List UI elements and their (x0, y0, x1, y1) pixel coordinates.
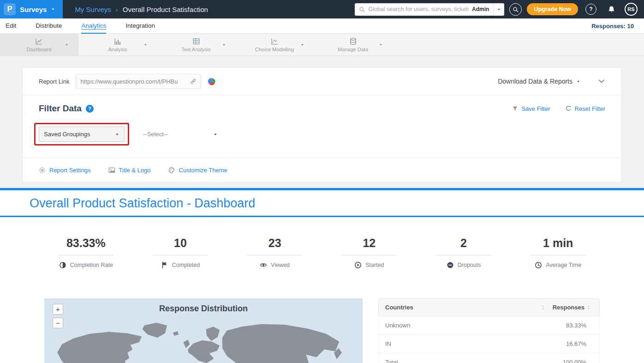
grouping-value-select[interactable]: --Select-- (143, 131, 218, 138)
breadcrumb-separator: › (116, 6, 118, 13)
notifications-button[interactable] (608, 6, 615, 13)
page-title: Overall Product Satisfaction - Dashboard (30, 196, 614, 211)
report-link-label: Report Link (39, 78, 69, 85)
country-cell: Total (385, 359, 398, 363)
reset-filter-label: Reset Filter (575, 105, 605, 112)
title-logo-link[interactable]: Title & Logo (108, 167, 151, 174)
save-filter-label: Save Filter (521, 105, 550, 112)
chevron-down-icon (213, 132, 218, 137)
product-label: Surveys (20, 6, 47, 13)
countries-table: Countries Responses Unknown 83.33% IN 16… (378, 298, 600, 363)
responses-cell: 100.00% (563, 359, 593, 363)
top-bar: P Surveys My Surveys › Overall Product S… (0, 0, 644, 18)
completion-icon (59, 261, 66, 269)
divider (247, 255, 303, 255)
reset-filter-button[interactable]: Reset Filter (565, 105, 605, 112)
report-link-url: https://www.questionpro.com/t/PHBu (80, 78, 187, 85)
responses-header[interactable]: Responses (553, 304, 584, 311)
stat-value: 1 min (543, 236, 573, 250)
response-distribution-map[interactable]: + − Response Distribution (44, 298, 363, 363)
sort-icon[interactable] (586, 305, 591, 310)
scandinavia-shape (206, 327, 220, 341)
north-america-shape (57, 332, 142, 363)
stat-dropouts: 2 Dropouts (417, 236, 511, 269)
report-settings-link[interactable]: Report Settings (39, 167, 91, 174)
nav-edit[interactable]: Edit (6, 18, 16, 34)
palette-icon (168, 167, 175, 174)
bell-icon (608, 6, 615, 13)
sort-icon[interactable] (541, 305, 545, 310)
chevron-down-icon[interactable] (576, 79, 580, 84)
chevron-down-icon[interactable] (222, 42, 226, 47)
tab-dashboard[interactable]: Dashboard (0, 34, 78, 55)
chevron-down-icon[interactable] (65, 42, 69, 47)
search-icon (513, 6, 519, 12)
tab-choice-modelling[interactable]: Choice Modelling (235, 34, 314, 55)
uk-shape (183, 339, 190, 348)
table-row: Total 100.00% (378, 353, 600, 363)
search-scope-dropdown[interactable] (493, 3, 504, 16)
image-icon (108, 167, 115, 174)
report-link-input[interactable]: https://www.questionpro.com/t/PHBu (76, 74, 201, 89)
clock-icon (535, 261, 542, 269)
divider (153, 255, 208, 255)
link-icon[interactable] (190, 78, 197, 85)
world-map[interactable] (44, 318, 363, 363)
filter-help-icon[interactable]: ? (86, 105, 94, 113)
tab-analysis[interactable]: Analysis (78, 34, 157, 55)
tab-text-analysis[interactable]: Text Analysis (157, 34, 235, 55)
collapse-chevron-icon[interactable] (598, 78, 605, 85)
dashboard-title-block: Overall Product Satisfaction - Dashboard (0, 190, 644, 217)
upgrade-now-button[interactable]: Upgrade Now (527, 3, 578, 15)
dotted-chart-icon (271, 37, 279, 45)
play-circle-icon (354, 261, 362, 269)
gear-icon (39, 167, 46, 174)
chevron-down-icon[interactable] (379, 42, 383, 47)
tab-label: Analysis (108, 47, 127, 52)
breadcrumb-my-surveys[interactable]: My Surveys (75, 6, 111, 13)
tab-label: Text Analysis (181, 47, 211, 52)
saved-groupings-select[interactable]: Saved Groupings (39, 127, 125, 142)
map-zoom-out-button[interactable]: − (53, 318, 63, 328)
chevron-down-icon (115, 132, 119, 137)
download-data-reports[interactable]: Download Data & Reports (498, 78, 572, 85)
user-avatar[interactable]: RS (625, 3, 638, 16)
tab-manage-data[interactable]: Manage Data (314, 34, 392, 55)
chevron-down-icon[interactable] (143, 42, 148, 47)
surveys-menu[interactable]: P Surveys (0, 0, 63, 18)
iceland-shape (173, 331, 179, 336)
questionpro-logo[interactable]: P (4, 3, 16, 15)
responses-cell: 83.33% (566, 322, 593, 329)
grouping-select-value: --Select-- (143, 131, 167, 138)
countries-header[interactable]: Countries (385, 304, 413, 311)
pie-chart-icon[interactable] (208, 77, 216, 86)
help-button[interactable]: ? (585, 4, 596, 15)
minus-circle-icon (447, 261, 454, 269)
refresh-icon (565, 105, 572, 112)
save-filter-button[interactable]: Save Filter (512, 105, 550, 112)
nav-integration[interactable]: Integration (125, 18, 155, 34)
search-icon (359, 6, 365, 12)
title-logo-label: Title & Logo (119, 167, 151, 174)
global-search-input[interactable] (368, 6, 469, 12)
stats-row: 83.33% Completion Rate 10 Completed 23 V… (0, 217, 644, 269)
stat-label: Viewed (271, 262, 290, 268)
customize-theme-label: Customize Theme (179, 167, 227, 174)
logo-letter: P (7, 5, 12, 13)
divider (436, 255, 491, 255)
nav-distribute[interactable]: Distribute (36, 18, 62, 34)
global-search: Admin (355, 3, 504, 16)
map-zoom-in-button[interactable]: + (53, 304, 63, 315)
responses-cell: 16.67% (566, 340, 593, 347)
report-settings-label: Report Settings (49, 167, 91, 174)
table-grid-icon (192, 37, 200, 45)
search-scope-label[interactable]: Admin (472, 6, 489, 12)
stat-average-time: 1 min Average Time (511, 236, 605, 269)
europe-shape (188, 340, 220, 363)
search-button[interactable] (509, 3, 522, 16)
nav-analytics[interactable]: Analytics (81, 18, 106, 34)
customize-theme-link[interactable]: Customize Theme (168, 167, 227, 174)
tab-label: Manage Data (338, 47, 368, 52)
greenland-shape (143, 323, 167, 338)
chevron-down-icon[interactable] (300, 42, 304, 47)
